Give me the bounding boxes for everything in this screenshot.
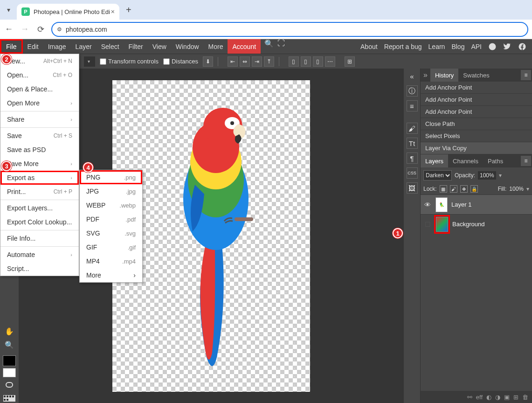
file-export-lut[interactable]: Export Color Lookup... [0,215,79,229]
more-align-icon[interactable]: ⋯ [325,56,335,67]
file-automate[interactable]: Automate› [0,248,79,262]
menu-window[interactable]: Window [171,39,204,54]
close-icon[interactable]: × [111,8,115,15]
menu-image[interactable]: Image [43,39,71,54]
file-save-more[interactable]: Save More› [0,157,79,171]
new-layer-icon[interactable]: ⊞ [513,394,518,401]
screen-mode-icon[interactable] [2,393,16,403]
layer-row[interactable]: ☐ Background [421,214,532,234]
folder-icon[interactable]: ▣ [504,394,510,401]
history-item[interactable]: Layer Via Copy [421,142,532,154]
fill-slider-icon[interactable]: ▾ [526,186,529,192]
browser-tab-list-button[interactable]: ▾ [0,0,17,20]
paragraph-panel-icon[interactable]: ¶ [407,153,418,164]
adjustment-icon[interactable]: ◑ [495,394,500,401]
distribute-left-icon[interactable]: ▯ [289,56,299,67]
reddit-icon[interactable] [488,42,497,51]
tab-layers[interactable]: Layers [421,154,448,167]
search-icon[interactable]: 🔍 [264,39,274,54]
site-settings-icon[interactable]: ⚙ [57,26,62,33]
export-pdf[interactable]: PDF.pdf [80,212,142,226]
zoom-tool-icon[interactable]: 🔍 [2,339,16,351]
distances-checkbox[interactable]: Distances [163,58,198,65]
file-export-as[interactable]: Export as› [0,171,79,185]
menu-account[interactable]: Account [228,39,261,54]
quick-mask-icon[interactable] [2,379,16,391]
download-icon[interactable]: ⬇ [203,56,213,67]
fullscreen-icon[interactable]: ⛶ [277,39,285,54]
collapse-rail-icon[interactable]: « [407,70,418,82]
url-input[interactable]: ⚙ photopea.com [51,22,528,37]
reload-button[interactable]: ⟳ [35,24,46,35]
lock-transparency-icon[interactable]: ▦ [440,185,447,193]
transform-controls-checkbox[interactable]: Transform controls [100,58,159,65]
grid-icon[interactable]: ⊞ [345,56,355,67]
image-panel-icon[interactable]: 🖼 [407,182,418,194]
lock-image-icon[interactable]: 🖌 [450,185,457,193]
foreground-color-swatch[interactable] [3,355,16,366]
tab-channels[interactable]: Channels [448,154,483,167]
twitter-icon[interactable] [503,42,511,51]
background-color-swatch[interactable] [3,368,16,377]
new-tab-button[interactable]: + [126,5,131,15]
hand-tool-icon[interactable]: ✋ [2,326,16,337]
file-export-layers[interactable]: Export Layers... [0,201,79,215]
file-save[interactable]: SaveCtrl + S [0,129,79,143]
mask-icon[interactable]: ◐ [486,394,491,401]
file-print[interactable]: Print...Ctrl + P [0,185,79,199]
collapse-icon[interactable]: » [421,71,430,79]
lock-all-icon[interactable]: 🔒 [470,185,478,193]
history-item[interactable]: Add Anchor Point [421,106,532,118]
menu-view[interactable]: View [148,39,171,54]
tab-history[interactable]: History [430,69,458,82]
align-panel-icon[interactable]: ≡ [407,100,418,111]
export-webp[interactable]: WEBP.webp [80,198,142,212]
facebook-icon[interactable] [518,42,526,51]
export-more[interactable]: More› [80,268,142,282]
menu-select[interactable]: Select [97,39,124,54]
link-blog[interactable]: Blog [451,43,464,50]
delete-icon[interactable]: 🗑 [522,394,528,401]
opacity-value[interactable]: 100% [478,171,496,180]
css-panel-icon[interactable]: CSS [407,167,418,179]
visibility-icon[interactable]: 👁 [423,201,432,208]
character-panel-icon[interactable]: Tt [407,138,418,149]
panel-menu-icon[interactable]: ≡ [521,70,531,80]
menu-layer[interactable]: Layer [71,39,97,54]
forward-button[interactable]: → [20,24,30,34]
browser-tab[interactable]: P Photopea | Online Photo Edi × [17,4,119,20]
menu-edit[interactable]: Edit [23,39,43,54]
opacity-slider-icon[interactable]: ▾ [499,172,502,179]
history-item[interactable]: Add Anchor Point [421,94,532,106]
link-about[interactable]: About [360,43,378,50]
export-jpg[interactable]: JPG.jpg [80,184,142,198]
history-item[interactable]: Select Pixels [421,130,532,142]
link-learn[interactable]: Learn [428,43,445,50]
align-left-icon[interactable]: ⇤ [228,56,238,67]
tab-paths[interactable]: Paths [483,154,508,167]
distribute-center-icon[interactable]: ▯ [301,56,311,67]
brush-panel-icon[interactable]: 🖌 [407,123,418,134]
align-right-icon[interactable]: ⇥ [252,56,262,67]
lock-position-icon[interactable]: ✥ [460,185,468,193]
align-top-icon[interactable]: ⤒ [264,56,274,67]
align-center-h-icon[interactable]: ⇔ [240,56,250,67]
link-layers-icon[interactable]: ⚯ [467,394,472,401]
menu-more[interactable]: More [204,39,228,54]
history-item[interactable]: Add Anchor Point [421,82,532,94]
export-gif[interactable]: GIF.gif [80,240,142,254]
back-button[interactable]: ← [4,24,14,34]
visibility-icon[interactable]: ☐ [423,221,432,228]
panel-menu-icon[interactable]: ≡ [521,156,531,166]
link-api[interactable]: API [471,43,482,50]
file-share[interactable]: Share› [0,112,79,126]
file-new[interactable]: New...Alt+Ctrl + N [0,54,79,68]
file-script[interactable]: Script... [0,262,79,276]
menu-file[interactable]: File [0,39,23,54]
file-open-place[interactable]: Open & Place... [0,82,79,96]
export-svg[interactable]: SVG.svg [80,226,142,240]
fill-value[interactable]: 100% [509,186,524,192]
layer-thumbnail[interactable]: 🦜 [435,197,448,212]
history-item[interactable]: Close Path [421,118,532,130]
layer-row[interactable]: 👁 🦜 Layer 1 [421,195,532,214]
